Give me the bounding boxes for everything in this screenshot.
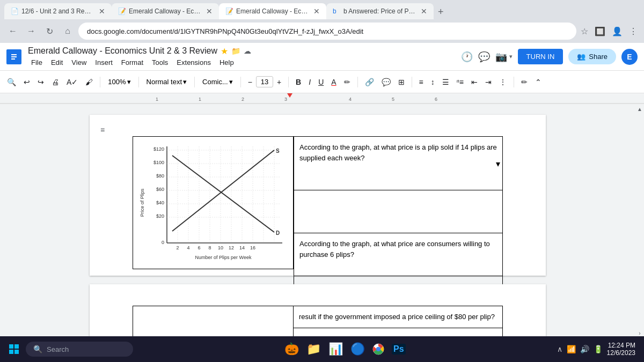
new-tab-button[interactable]: + <box>434 4 448 20</box>
highlight-button[interactable]: ✏ <box>341 76 353 88</box>
svg-point-59 <box>376 347 380 351</box>
bookmark-button[interactable]: ☆ <box>580 25 589 38</box>
redo-button[interactable]: ↪ <box>35 76 47 88</box>
forward-button[interactable]: → <box>24 24 39 39</box>
line-spacing-button[interactable]: ↕ <box>428 76 437 88</box>
left-margin-icon: ≡ <box>100 125 105 134</box>
comment-toolbar-button[interactable]: 💬 <box>379 76 393 88</box>
spellcheck-button[interactable]: A✓ <box>64 76 80 88</box>
svg-text:Number of Plips per Week: Number of Plips per Week <box>195 255 252 260</box>
gdocs-shell: Emerald Calloway - Economics Unit 2 & 3 … <box>0 43 644 336</box>
taskbar-app-4[interactable]: 🔵 <box>348 340 367 358</box>
tab-3-close[interactable]: ✕ <box>313 7 320 16</box>
taskbar-search[interactable]: 🔍 Search <box>26 342 133 357</box>
camera-button[interactable]: 📷 ▾ <box>495 51 513 63</box>
menu-tools[interactable]: Tools <box>149 57 171 68</box>
align-button[interactable]: ≡ <box>416 76 426 88</box>
bold-button[interactable]: B <box>293 76 304 88</box>
tab-4[interactable]: b b Answered: Price of Plips Price o... … <box>326 3 434 19</box>
extensions-button[interactable]: 🔲 <box>594 25 606 38</box>
share-icon: 👥 <box>577 53 586 61</box>
font-size-input[interactable] <box>256 76 273 87</box>
menu-edit[interactable]: Edit <box>48 57 66 68</box>
tab-1[interactable]: 📄 12/6 - Unit 2 and 3 Review ✕ <box>4 3 112 19</box>
svg-rect-54 <box>14 344 19 349</box>
move-to-folder-button[interactable]: 📁 <box>231 47 240 55</box>
start-button[interactable] <box>4 339 24 359</box>
font-size-minus[interactable]: − <box>245 76 255 88</box>
more-toolbar-button[interactable]: ⋮ <box>496 76 509 88</box>
svg-rect-56 <box>14 350 19 354</box>
taskbar-app-2[interactable]: 📁 <box>304 340 323 358</box>
collapse-icon[interactable]: › <box>639 330 640 336</box>
history-button[interactable]: 🕐 <box>461 51 473 63</box>
avatar[interactable]: E <box>621 49 638 65</box>
taskbar-volume-button[interactable]: 🔊 <box>580 345 589 353</box>
taskbar-app-1[interactable]: 🎃 <box>282 340 301 358</box>
tab-4-close[interactable]: ✕ <box>421 7 427 16</box>
font-color-button[interactable]: A <box>328 76 339 88</box>
tab-2[interactable]: 📝 Emerald Calloway - Economics U... ✕ <box>112 3 219 19</box>
page2-answer <box>294 328 502 337</box>
bullet-list-button[interactable]: ☰ <box>440 76 452 88</box>
turn-in-button[interactable]: TURN IN <box>518 49 564 64</box>
italic-button[interactable]: I <box>306 76 313 88</box>
svg-text:6: 6 <box>435 97 437 102</box>
indent-decrease-button[interactable]: ⇤ <box>469 76 480 88</box>
menu-format[interactable]: Format <box>118 57 147 68</box>
indent-increase-button[interactable]: ⇥ <box>482 76 494 88</box>
menu-file[interactable]: File <box>28 57 46 68</box>
tab-3[interactable]: 📝 Emerald Calloway - Economics U... ✕ <box>219 3 326 19</box>
taskbar-app-chrome[interactable] <box>370 341 386 357</box>
page2-question: result if the government imposed a price… <box>294 306 502 328</box>
expand-button[interactable]: ⌃ <box>532 76 544 88</box>
star-icon[interactable]: ★ <box>221 46 228 56</box>
menu-view[interactable]: View <box>68 57 90 68</box>
edit-mode-button[interactable]: ✏ <box>518 76 530 88</box>
tab-1-close[interactable]: ✕ <box>99 7 105 16</box>
browser-menu-button[interactable]: ⋮ <box>628 25 639 38</box>
gdocs-title-icons: 📁 ☁ <box>231 47 251 55</box>
image-toolbar-button[interactable]: ⊞ <box>396 76 407 88</box>
numbered-list-button[interactable]: ⁿ≡ <box>454 76 466 88</box>
cloud-status-button[interactable]: ☁ <box>244 47 251 55</box>
address-input[interactable] <box>78 23 576 40</box>
tab-bar: 📄 12/6 - Unit 2 and 3 Review ✕ 📝 Emerald… <box>0 0 644 19</box>
share-button[interactable]: 👥 Share <box>568 49 616 64</box>
taskbar-app-3[interactable]: 📊 <box>326 340 345 358</box>
menu-help[interactable]: Help <box>216 57 237 68</box>
zoom-dropdown[interactable]: 100% ▾ <box>105 76 134 87</box>
taskbar-wifi-button[interactable]: 📶 <box>567 345 576 353</box>
taskbar-battery-button[interactable]: 🔋 <box>594 345 603 353</box>
menu-extensions[interactable]: Extensions <box>173 57 214 68</box>
font-size-plus[interactable]: + <box>274 76 284 88</box>
search-toolbar-button[interactable]: 🔍 <box>4 76 19 88</box>
format-paint-button[interactable]: 🖌 <box>83 76 96 88</box>
svg-text:10: 10 <box>218 245 223 250</box>
svg-text:2: 2 <box>241 97 244 102</box>
refresh-button[interactable]: ↻ <box>42 24 57 39</box>
comment-button[interactable]: 💬 <box>478 51 490 63</box>
svg-text:1: 1 <box>156 97 158 102</box>
gdocs-header-right: 🕐 💬 📷 ▾ TURN IN 👥 Share E <box>461 49 638 65</box>
underline-button[interactable]: U <box>316 76 326 88</box>
gdocs-title-text: Emerald Calloway - Economics Unit 2 & 3 … <box>28 46 217 56</box>
taskbar-app-ps[interactable]: Ps <box>390 342 408 357</box>
gdocs-menu: File Edit View Insert Format Tools Exten… <box>28 57 251 68</box>
link-button[interactable]: 🔗 <box>362 76 377 88</box>
menu-insert[interactable]: Insert <box>92 57 116 68</box>
back-button[interactable]: ← <box>5 24 20 39</box>
ruler: 1 1 2 3 4 5 6 <box>0 93 644 104</box>
tab-2-close[interactable]: ✕ <box>206 7 213 16</box>
taskbar: 🔍 Search 🎃 📁 📊 🔵 Ps <box>0 336 644 362</box>
profile-button[interactable]: 👤 <box>611 25 624 38</box>
print-button[interactable]: 🖨 <box>49 76 62 88</box>
taskbar-chevron-button[interactable]: ∧ <box>557 345 562 353</box>
font-dropdown[interactable]: Comic... ▾ <box>199 76 236 87</box>
home-button[interactable]: ⌂ <box>60 24 75 39</box>
undo-button[interactable]: ↩ <box>21 76 33 88</box>
tab-4-icon: b <box>333 8 340 15</box>
scroll-up-button[interactable]: ▲ <box>637 106 642 112</box>
style-dropdown[interactable]: Normal text ▾ <box>143 76 190 87</box>
doc-scroll[interactable]: ≡ Price of Plips <box>0 104 635 336</box>
